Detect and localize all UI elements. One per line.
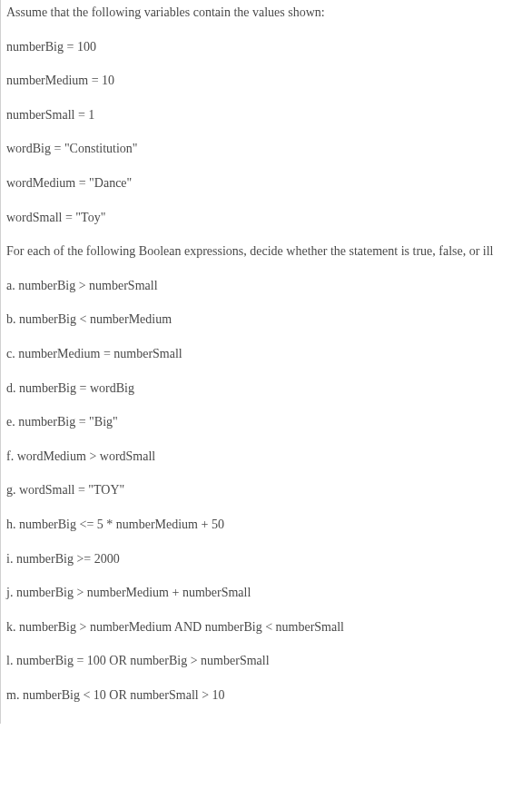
question-item: f. wordMedium > wordSmall	[6, 448, 527, 466]
question-item: b. numberBig < numberMedium	[6, 311, 527, 329]
question-item: j. numberBig > numberMedium + numberSmal…	[6, 584, 527, 602]
question-item: m. numberBig < 10 OR numberSmall > 10	[6, 686, 527, 705]
question-item: k. numberBig > numberMedium AND numberBi…	[6, 618, 527, 636]
variable-assignment: numberBig = 100	[6, 38, 527, 56]
question-item: c. numberMedium = numberSmall	[6, 345, 527, 363]
question-item: a. numberBig > numberSmall	[6, 277, 527, 295]
question-item: i. numberBig >= 2000	[6, 550, 527, 568]
prompt-text: For each of the following Boolean expres…	[6, 242, 527, 261]
variable-assignment: wordSmall = "Toy"	[6, 209, 527, 227]
question-item: g. wordSmall = "TOY"	[6, 481, 527, 499]
variable-assignment: wordBig = "Constitution"	[6, 140, 527, 158]
question-item: l. numberBig = 100 OR numberBig > number…	[6, 652, 527, 670]
variable-assignment: wordMedium = "Dance"	[6, 174, 527, 192]
variable-assignment: numberSmall = 1	[6, 106, 527, 124]
question-item: e. numberBig = "Big"	[6, 413, 527, 431]
question-item: h. numberBig <= 5 * numberMedium + 50	[6, 516, 527, 534]
intro-text: Assume that the following variables cont…	[6, 4, 527, 22]
variable-assignment: numberMedium = 10	[6, 72, 527, 90]
question-item: d. numberBig = wordBig	[6, 380, 527, 398]
